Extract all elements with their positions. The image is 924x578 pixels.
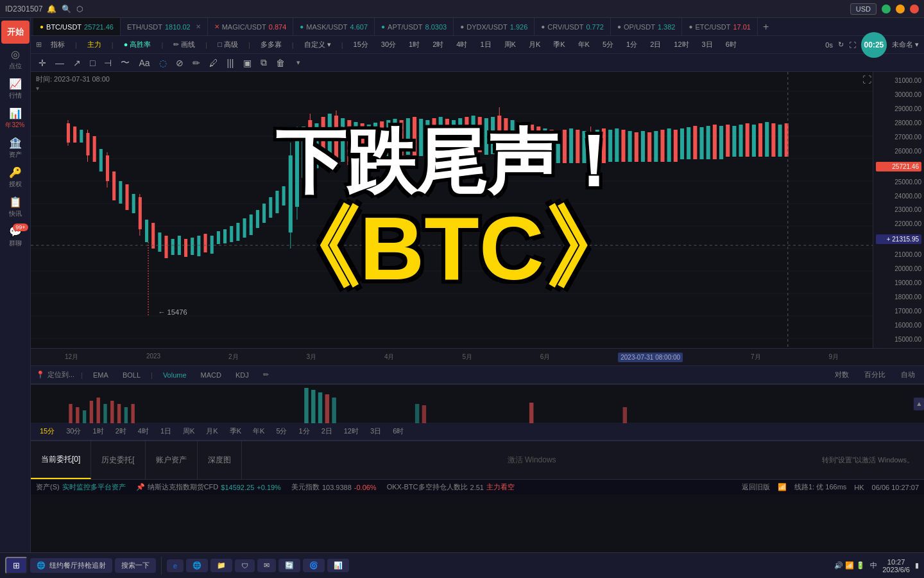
return-old[interactable]: 返回旧版 (742, 482, 770, 492)
toolbar-1h[interactable]: 1时 (405, 39, 424, 51)
taskbar-explorer[interactable]: 📁 (210, 559, 232, 572)
tab-mask-usdt[interactable]: ● MASK/USDT 4.607 (293, 18, 375, 36)
taskbar-cortana[interactable]: 🌐 纽约餐厅持枪追射 (30, 558, 112, 573)
toolbar-seasonk[interactable]: 季K (549, 39, 569, 51)
toolbar-advanced[interactable]: □ 高级 (214, 39, 242, 51)
draw-hray[interactable]: ⊣ (101, 57, 114, 69)
draw-text-aa[interactable]: Aa (136, 57, 152, 69)
indicator-add[interactable]: ✏ (259, 369, 273, 380)
sidebar-item-annual[interactable]: 📊 年32% (1, 104, 30, 132)
sidebar-item-assets[interactable]: 🏦 资产 (1, 134, 30, 162)
draw-eraser[interactable]: ◌ (157, 57, 169, 69)
toolbar-weekk[interactable]: 周K (501, 39, 520, 51)
period-1h[interactable]: 1时 (89, 425, 108, 437)
locate-button[interactable]: 📍 定位到... (36, 370, 74, 380)
draw-clear[interactable]: ⊘ (173, 57, 186, 69)
taskbar-trading[interactable]: 📊 (327, 559, 349, 572)
period-3d[interactable]: 3日 (366, 425, 385, 437)
period-30m[interactable]: 30分 (62, 425, 85, 437)
order-tab-current[interactable]: 当前委托[0] (31, 441, 91, 479)
toolbar-drawline[interactable]: ✏ 画线 (169, 39, 199, 51)
sidebar-item-group[interactable]: 💬 群聊 99+ (1, 222, 30, 250)
sidebar-item-news[interactable]: 📋 快讯 (1, 193, 30, 221)
period-1m[interactable]: 1分 (295, 425, 314, 437)
taskbar-mail[interactable]: ✉ (257, 559, 276, 572)
windows-start-button[interactable]: ⊞ (5, 557, 28, 574)
indicator-boll[interactable]: BOLL (119, 370, 144, 380)
maximize-button[interactable] (882, 4, 891, 13)
sidebar-item-market[interactable]: 📈 行情 (1, 74, 30, 103)
expand-icon[interactable]: ⛶ (849, 41, 856, 49)
draw-crosshair[interactable]: ✛ (36, 57, 49, 69)
draw-rect[interactable]: □ (87, 57, 98, 69)
mode-auto[interactable]: 自动 (897, 369, 919, 381)
currency-button[interactable]: USD (850, 3, 877, 15)
indicator-volume[interactable]: Volume (159, 370, 191, 380)
tab-magic-usdt[interactable]: ✕ MAGIC/USDT 0.874 (208, 18, 294, 36)
order-tab-assets[interactable]: 账户资产 (146, 441, 198, 479)
toolbar-1m[interactable]: 1分 (622, 39, 641, 51)
taskbar-edge[interactable]: 🌐 (186, 559, 208, 572)
indicator-macd[interactable]: MACD (197, 370, 225, 380)
period-seasonk[interactable]: 季K (226, 425, 245, 437)
unnamed-btn[interactable]: 未命名 ▾ (892, 40, 919, 49)
toolbar-2d[interactable]: 2日 (646, 39, 665, 51)
tab-apt-usdt[interactable]: ● APT/USDT 8.0303 (375, 18, 454, 36)
mode-dual[interactable]: 对数 (831, 369, 853, 381)
chart-fullscreen-btn[interactable]: ⛶ (862, 74, 871, 85)
indicator-kdj[interactable]: KDJ (232, 370, 253, 380)
period-5m[interactable]: 5分 (272, 425, 291, 437)
minimize-button[interactable] (896, 4, 905, 13)
toolbar-5m[interactable]: 5分 (599, 39, 617, 51)
tab-dydx-usdt[interactable]: ● DYDX/USDT 1.926 (454, 18, 535, 36)
monitor-link[interactable]: 实时监控多平台资产 (62, 482, 126, 492)
toolbar-2h[interactable]: 2时 (429, 39, 447, 51)
sidebar-item-points[interactable]: ◎ 点位 (1, 45, 30, 73)
tab-btc-usdt[interactable]: ● BTC/USDT 25721.46 (33, 18, 121, 36)
order-tab-history[interactable]: 历史委托[ (91, 441, 145, 479)
draw-trend[interactable]: ↗ (71, 57, 83, 69)
toolbar-multiview[interactable]: 多多寡 (257, 39, 286, 51)
refresh-icon[interactable]: ↻ (838, 40, 844, 49)
chart-zoom-out[interactable]: ▾ (296, 58, 300, 67)
period-2h[interactable]: 2时 (112, 425, 130, 437)
toolbar-4h[interactable]: 4时 (452, 39, 471, 51)
close-button[interactable] (910, 4, 919, 13)
toolbar-yeark[interactable]: 年K (574, 39, 594, 51)
taskbar-search[interactable]: 搜索一下 (115, 558, 156, 573)
draw-box[interactable]: ▣ (241, 57, 254, 69)
sidebar-item-auth[interactable]: 🔑 授权 (1, 163, 30, 191)
period-2d[interactable]: 2日 (318, 425, 336, 437)
toolbar-6h[interactable]: 6时 (722, 39, 740, 51)
draw-hline[interactable]: — (53, 57, 67, 69)
toolbar-highwin[interactable]: ● 高胜率 (120, 39, 155, 51)
tab-etc-usdt[interactable]: ● ETC/USDT 17.01 (682, 18, 758, 36)
toolbar-30m[interactable]: 30分 (377, 39, 400, 51)
period-12h[interactable]: 12时 (340, 425, 363, 437)
sidebar-item-start[interactable]: 开始 (1, 21, 30, 44)
toolbar-12h[interactable]: 12时 (670, 39, 692, 51)
period-monthk[interactable]: 月K (202, 425, 221, 437)
show-desktop-btn[interactable]: ▮ (915, 561, 919, 570)
toolbar-1d[interactable]: 1日 (476, 39, 495, 51)
draw-brush[interactable]: 🖊 (207, 57, 221, 69)
draw-candle[interactable]: ||| (225, 57, 237, 69)
tab-op-usdt[interactable]: ● OP/USDT 1.382 (611, 18, 682, 36)
period-4h[interactable]: 4时 (134, 425, 153, 437)
toolbar-3d[interactable]: 3日 (698, 39, 717, 51)
indicator-ema[interactable]: EMA (89, 370, 112, 380)
draw-copy[interactable]: ⧉ (258, 56, 270, 69)
toolbar-15m[interactable]: 15分 (350, 39, 372, 51)
taskbar-security[interactable]: 🛡 (235, 559, 255, 572)
mode-percent[interactable]: 百分比 (860, 369, 889, 381)
tab-eth-close[interactable]: ✕ (196, 23, 201, 30)
draw-delete[interactable]: 🗑 (273, 57, 287, 69)
draw-pencil[interactable]: ✏ (190, 57, 203, 69)
period-yeark[interactable]: 年K (249, 425, 268, 437)
taskbar-ie[interactable]: e (167, 559, 184, 572)
toolbar-monthk[interactable]: 月K (525, 39, 544, 51)
taskbar-browser2[interactable]: 🌀 (303, 559, 325, 572)
toolbar-indicator[interactable]: 指标 (47, 39, 69, 51)
tab-eth-usdt[interactable]: ETH/USDT 1810.02 ✕ (121, 18, 208, 36)
toolbar-custom[interactable]: 自定义 ▾ (300, 39, 335, 51)
